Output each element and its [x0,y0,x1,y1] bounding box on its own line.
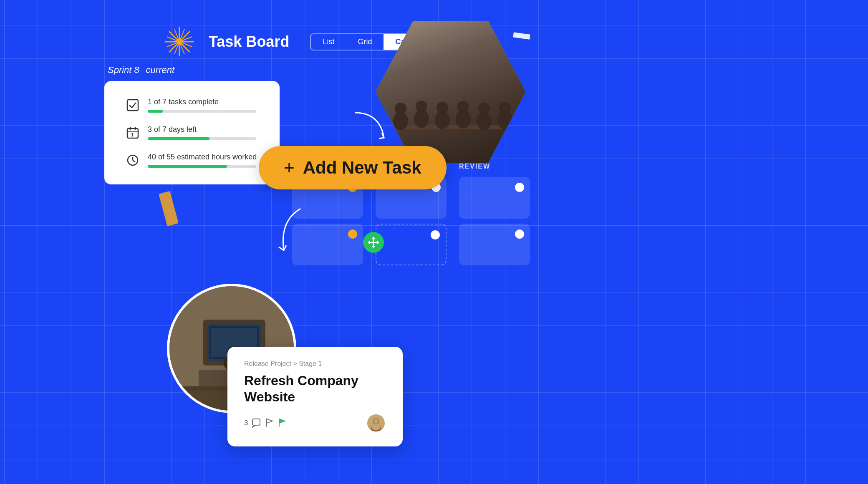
move-cursor-icon[interactable] [363,232,384,253]
tasks-label: 1 of 7 tasks complete [148,98,259,106]
svg-point-36 [477,112,492,130]
svg-point-34 [456,110,471,129]
sprint-status: current [146,65,174,75]
tasks-progress-fill [148,110,163,113]
tape-decoration [159,191,179,227]
svg-point-28 [393,112,408,130]
kanban-card[interactable] [292,224,363,265]
clock-icon [125,153,140,168]
svg-point-8 [178,40,181,43]
stat-row-tasks: 1 of 7 tasks complete [125,98,259,113]
svg-rect-20 [252,419,260,425]
add-new-task-button[interactable]: + Add New Task [259,146,447,189]
svg-rect-9 [127,100,138,111]
svg-point-25 [373,419,378,424]
days-label: 3 of 7 days left [148,125,259,134]
card-dot [515,229,524,239]
task-meta-left: 3 [244,418,286,428]
svg-point-32 [435,111,450,129]
comment-count: 3 [244,419,248,427]
add-task-plus-icon: + [284,159,295,177]
svg-point-39 [499,102,511,113]
sprint-name: Sprint 8 [108,65,139,75]
card-dot [515,183,524,192]
svg-line-17 [133,160,135,162]
sprint-section: Sprint 8 current 1 of 7 tasks complete [104,63,280,184]
checkbox-icon [125,98,140,113]
flag-outline-icon [265,418,274,428]
svg-point-30 [414,110,429,128]
svg-point-38 [497,111,512,129]
flag-filled-icon [278,418,286,428]
hex-shape [376,21,526,163]
kanban-card[interactable] [459,177,530,219]
hours-label: 40 of 55 estimated hours worked [148,153,259,161]
svg-point-35 [457,101,469,113]
tasks-stat-content: 1 of 7 tasks complete [148,98,259,113]
days-progress-fill [148,137,209,140]
paper-tape [513,32,530,39]
hex-image-container [376,21,526,163]
svg-point-37 [478,103,490,114]
sprint-label: Sprint 8 current [104,63,280,76]
comment-icon [252,418,261,428]
logo-icon [163,25,196,58]
card-dot [348,229,357,239]
task-meta: 3 [244,413,386,433]
tasks-progress-bar [148,110,256,113]
review-header: REVIEW [459,163,530,170]
add-task-label: Add New Task [303,158,421,178]
card-dot [431,230,440,239]
kanban-card-dashed[interactable] [376,224,447,265]
days-stat-content: 3 of 7 days left [148,125,259,140]
svg-point-29 [395,103,406,114]
svg-point-26 [371,424,381,430]
task-breadcrumb: Release Project > Stage 1 [244,360,386,368]
sprint-card: 1 of 7 tasks complete 1 3 of 7 days left [104,81,280,184]
hours-stat-content: 40 of 55 estimated hours worked [148,153,259,168]
calendar-icon: 1 [125,125,140,140]
svg-point-31 [416,101,427,112]
task-title: Refresh Company Website [244,373,386,405]
task-detail-card: Release Project > Stage 1 Refresh Compan… [227,347,403,446]
avatar [366,413,386,433]
kanban-col-review: REVIEW [459,163,530,270]
hours-progress-fill [148,165,227,168]
svg-point-33 [437,102,448,113]
kanban-card[interactable] [459,224,530,265]
svg-text:1: 1 [131,133,134,137]
days-progress-bar [148,137,256,140]
stat-row-days: 1 3 of 7 days left [125,125,259,140]
app-title: Task Board [209,33,289,50]
tab-list[interactable]: List [311,34,346,50]
hours-progress-bar [148,165,256,168]
stat-row-hours: 40 of 55 estimated hours worked [125,153,259,168]
